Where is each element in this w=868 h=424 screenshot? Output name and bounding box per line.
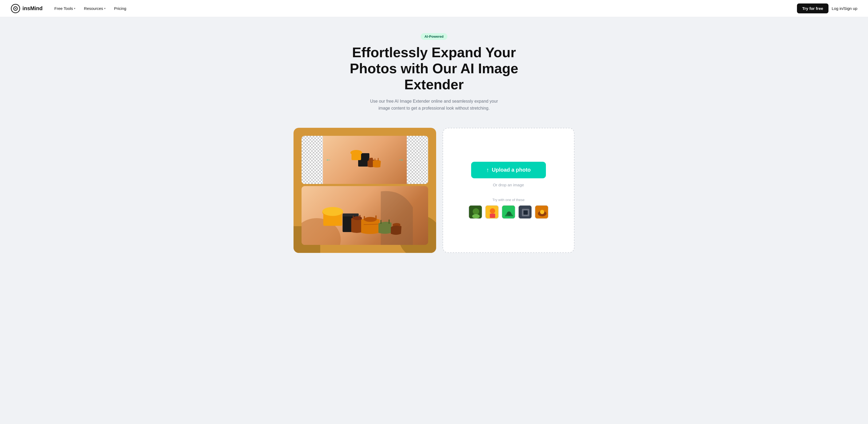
brand-logo[interactable]: insMind: [11, 4, 43, 13]
sample-thumb-5[interactable]: [535, 205, 549, 219]
chevron-down-icon: ▾: [74, 7, 75, 10]
top-strip: ← →: [302, 136, 428, 184]
checker-right: [407, 136, 428, 184]
navbar: insMind Free Tools ▾ Resources ▾ Pricing…: [0, 0, 868, 17]
nav-actions: Try for free Log in/Sign up: [797, 3, 857, 13]
svg-point-17: [473, 208, 479, 215]
image-compare: ← →: [302, 136, 428, 245]
expand-right-arrow[interactable]: →: [398, 157, 404, 163]
hero-title: Effortlessly Expand Your Photos with Our…: [341, 45, 527, 92]
svg-point-10: [322, 207, 343, 216]
sample-thumbnails: [451, 205, 566, 219]
svg-point-14: [364, 217, 376, 222]
bags-scene-svg: [308, 192, 422, 245]
nav-links: Free Tools ▾ Resources ▾ Pricing: [51, 4, 797, 13]
chevron-down-icon: ▾: [104, 7, 105, 10]
upload-panel[interactable]: ↑ Upload a photo Or drop an image Try wi…: [442, 128, 575, 253]
svg-point-20: [490, 208, 495, 214]
sample-thumb-4[interactable]: [518, 205, 532, 219]
sample-thumb-3[interactable]: [502, 205, 516, 219]
brand-name: insMind: [23, 5, 43, 11]
main-content: ← →: [287, 122, 581, 269]
login-button[interactable]: Log in/Sign up: [832, 6, 857, 11]
bags-svg-top: [346, 142, 383, 177]
hero-subtitle: Use our free AI Image Extender online an…: [365, 98, 503, 111]
preview-panel: ← →: [293, 128, 436, 253]
checker-left: [302, 136, 323, 184]
sample-thumb-1[interactable]: [468, 205, 482, 219]
svg-point-18: [472, 214, 480, 219]
upload-photo-button[interactable]: ↑ Upload a photo: [471, 162, 546, 178]
upload-icon: ↑: [486, 167, 489, 173]
sample-section: Try with one of these: [451, 198, 566, 219]
nav-free-tools[interactable]: Free Tools ▾: [51, 4, 79, 13]
logo-icon: [11, 4, 20, 13]
bags-center-photo: [323, 136, 407, 184]
svg-rect-26: [524, 210, 528, 215]
svg-rect-12: [342, 213, 359, 216]
try-for-free-button[interactable]: Try for free: [797, 3, 829, 13]
svg-point-23: [507, 211, 511, 216]
svg-rect-21: [490, 214, 495, 218]
svg-point-2: [15, 8, 16, 9]
ai-powered-badge: AI-Powered: [421, 33, 447, 40]
svg-rect-5: [351, 153, 361, 160]
drop-text: Or drop an image: [493, 182, 524, 187]
expand-left-arrow[interactable]: ←: [326, 157, 332, 163]
nav-pricing[interactable]: Pricing: [111, 4, 129, 13]
svg-point-13: [353, 216, 362, 220]
upload-area: ↑ Upload a photo Or drop an image: [471, 162, 546, 187]
svg-rect-29: [540, 210, 544, 214]
hero-section: AI-Powered Effortlessly Expand Your Phot…: [0, 17, 868, 122]
bottom-image: [302, 186, 428, 245]
sample-thumb-2[interactable]: [485, 205, 499, 219]
sample-label: Try with one of these: [451, 198, 566, 202]
nav-resources[interactable]: Resources ▾: [81, 4, 109, 13]
